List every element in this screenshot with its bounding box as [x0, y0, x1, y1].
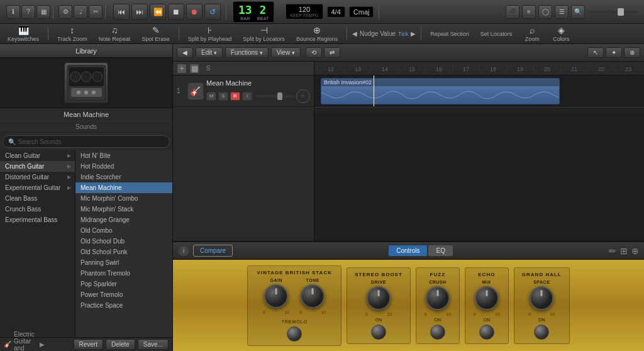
sound-item[interactable]: Hot Rodded — [75, 161, 172, 172]
category-item-clean-guitar[interactable]: Clean Guitar ▶ — [0, 150, 75, 161]
zoom-button[interactable]: ⌕ Zoom — [519, 24, 545, 43]
colors-button[interactable]: ◈ Colors — [548, 24, 574, 43]
mix-knob[interactable] — [475, 286, 499, 310]
revert-button[interactable]: Revert — [74, 339, 103, 350]
drive-knob-group: DRIVE 0 10 — [365, 280, 392, 316]
sound-item[interactable]: Pop Sparkler — [75, 279, 172, 289]
pointer-tool[interactable]: ↖ — [587, 47, 604, 58]
edit-menu[interactable]: Edit — [196, 47, 223, 58]
record-button[interactable]: ⏺ — [186, 4, 203, 20]
cpu-icon[interactable]: ⚙ — [58, 5, 72, 19]
cycle-button[interactable]: ↺ — [204, 4, 221, 20]
input-monitor-button[interactable]: I — [242, 92, 252, 101]
list-view-button[interactable]: ▦ — [189, 64, 199, 74]
sound-item[interactable]: Midrange Grange — [75, 214, 172, 225]
link-icon[interactable]: ⊕ — [631, 246, 639, 256]
split-playhead-button[interactable]: ⊦ Split by Playhead — [184, 24, 236, 43]
compare-button[interactable]: Compare — [193, 245, 233, 257]
spot-erase-button[interactable]: ✎ Spot Erase — [138, 24, 174, 43]
eq-tab[interactable]: EQ — [428, 245, 453, 257]
sound-item[interactable]: Mic Morphin' Stack — [75, 204, 172, 214]
category-item-experimental-guitar[interactable]: Experimental Guitar ▶ — [0, 182, 75, 193]
position-display: 13 BAR 2 BEAT — [233, 1, 274, 23]
library-split: Clean Guitar ▶ Crunch Guitar ▶ Distorted… — [0, 150, 172, 337]
sound-item[interactable]: Hot N' Bite — [75, 150, 172, 161]
add-track-button[interactable]: + — [177, 64, 187, 74]
keyswitches-button[interactable]: 🎹 Keyswitches — [4, 24, 43, 43]
tone-knob[interactable] — [301, 284, 325, 308]
search-toolbar-icon[interactable]: 🔍 — [571, 5, 585, 19]
sound-item[interactable]: Indie Scorcher — [75, 172, 172, 182]
solo-button[interactable]: S — [218, 92, 228, 101]
lcd-icon[interactable]: ⬛ — [506, 5, 519, 19]
grand-hall-toggle[interactable] — [534, 325, 549, 340]
ruler-mark-21: 21 — [560, 65, 587, 72]
help-icon[interactable]: ? — [21, 5, 35, 19]
stop-button[interactable]: ⏹ — [168, 4, 184, 20]
record-enable-button[interactable]: R — [230, 92, 240, 101]
more-tools-icon[interactable]: ⊕ — [624, 47, 640, 58]
delete-button[interactable]: Delete — [106, 339, 135, 350]
sound-item-old-school-dub[interactable]: Old School Dub — [75, 236, 172, 247]
sound-item[interactable]: Panning Swirl — [75, 257, 172, 268]
lists-icon[interactable]: ☰ — [555, 5, 569, 19]
library-icon[interactable]: ▦ — [36, 5, 50, 19]
track-volume-slider[interactable] — [257, 95, 294, 98]
drive-knob[interactable] — [367, 286, 391, 310]
forward-button[interactable]: ⏭ — [131, 4, 148, 20]
category-item-experimental-bass[interactable]: Experimental Bass — [0, 214, 75, 225]
ruler-mark-20: 20 — [533, 65, 560, 72]
scissors-icon[interactable]: ✂ — [89, 5, 103, 19]
sound-item[interactable]: Phantom Tremolo — [75, 268, 172, 279]
horizontal-scrollbar[interactable] — [314, 107, 644, 113]
sound-item-old-combo[interactable]: Old Combo — [75, 225, 172, 236]
audio-region-1[interactable]: British Invasion#02 — [321, 78, 560, 104]
trim-tool[interactable]: ✦ — [606, 47, 622, 58]
set-locators-button[interactable]: Set Locators — [477, 30, 516, 38]
track-zoom-button[interactable]: ↕ Track Zoom — [53, 24, 91, 43]
sound-item[interactable]: Practice Space — [75, 300, 172, 311]
category-item-clean-bass[interactable]: Clean Bass — [0, 193, 75, 204]
plugin-info-button[interactable]: i — [178, 245, 189, 257]
tempo-display[interactable]: 120 KEEP TEMPO — [286, 4, 323, 20]
fuzz-toggle[interactable] — [430, 325, 445, 340]
sound-item-mean-machine[interactable]: Mean Machine — [75, 182, 172, 193]
crush-knob[interactable] — [426, 286, 450, 310]
track-pan-knob[interactable]: ○ — [296, 89, 310, 103]
view-menu[interactable]: View — [271, 47, 301, 58]
functions-menu[interactable]: Functions — [225, 47, 269, 58]
mute-button[interactable]: M — [206, 92, 216, 101]
tremolo-knob[interactable] — [287, 326, 302, 342]
category-item-crunch-bass[interactable]: Crunch Bass — [0, 204, 75, 214]
search-sounds-box[interactable]: 🔍 Search Sounds — [3, 135, 170, 148]
controls-tab[interactable]: Controls — [388, 245, 428, 257]
window-icon[interactable]: ⊞ — [620, 246, 628, 256]
sound-item[interactable]: Mic Morphin' Combo — [75, 193, 172, 204]
key-display[interactable]: Cmaj — [349, 6, 374, 18]
sound-item-old-school-punk[interactable]: Old School Punk — [75, 247, 172, 257]
repeat-section-button[interactable]: Repeat Section — [426, 30, 473, 38]
master-volume-slider[interactable] — [587, 11, 638, 13]
drag-icon[interactable]: ⇄ — [324, 47, 340, 58]
echo-toggle[interactable] — [479, 325, 494, 340]
sound-item[interactable]: Power Tremolo — [75, 289, 172, 300]
snap-icon[interactable]: ⟲ — [306, 47, 322, 58]
pencil-icon[interactable]: ✏ — [609, 246, 616, 256]
smartcontrols-icon[interactable]: ◯ — [538, 5, 552, 19]
stereo-boost-toggle[interactable] — [371, 325, 386, 340]
metronome-icon[interactable]: ♩ — [74, 5, 87, 19]
info-icon[interactable]: ℹ — [6, 5, 20, 19]
back-nav-icon[interactable]: ◀ — [177, 47, 193, 58]
split-locators-button[interactable]: ⊣ Split by Locators — [239, 24, 289, 43]
mixer-icon[interactable]: ≡ — [522, 5, 536, 19]
space-knob[interactable] — [530, 286, 553, 310]
bounce-regions-button[interactable]: ⊕ Bounce Regions — [292, 24, 341, 43]
gain-knob[interactable] — [264, 284, 288, 308]
time-signature-display[interactable]: 4/4 — [327, 6, 345, 18]
note-repeat-button[interactable]: ♫ Note Repeat — [95, 24, 135, 43]
category-item-crunch-guitar[interactable]: Crunch Guitar ▶ — [0, 161, 75, 172]
rewind-button[interactable]: ⏮ — [113, 4, 130, 20]
save-button[interactable]: Save... — [138, 339, 169, 350]
back-button[interactable]: ⏪ — [150, 4, 166, 20]
category-item-distorted-guitar[interactable]: Distorted Guitar ▶ — [0, 172, 75, 182]
